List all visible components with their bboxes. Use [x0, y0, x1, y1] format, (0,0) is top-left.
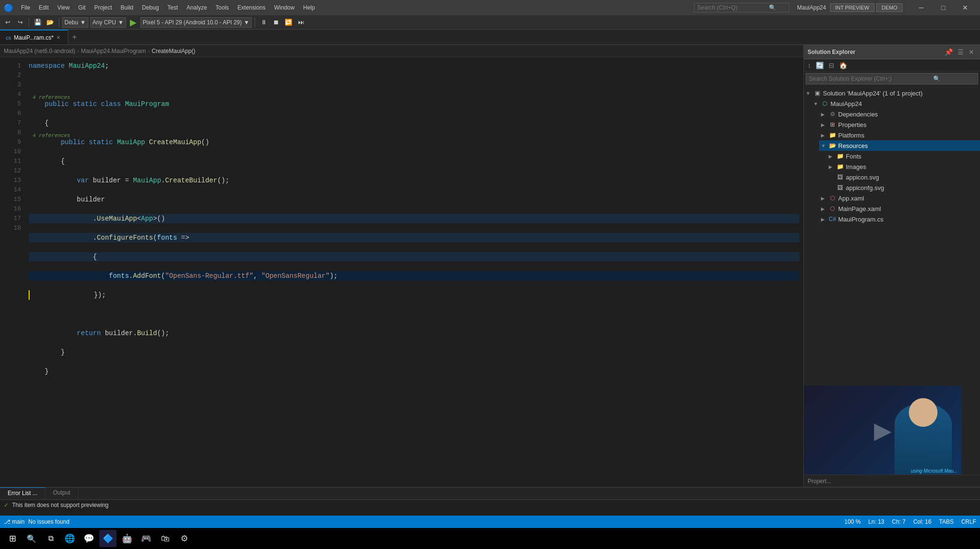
menu-build[interactable]: Build	[117, 3, 138, 12]
properties-label: Properties	[838, 121, 866, 128]
images-arrow	[829, 164, 835, 169]
se-collapse-button[interactable]: ⊟	[827, 61, 836, 70]
platforms-icon: 📁	[829, 131, 836, 139]
appxaml-icon: ⬡	[829, 194, 836, 202]
resources-arrow	[821, 143, 828, 148]
add-tab-button[interactable]: +	[68, 33, 80, 42]
properties-bar: Propert...	[804, 475, 980, 487]
device-dropdown[interactable]: Pixel 5 - API 29 (Android 10.0 - API 29)…	[140, 17, 252, 28]
demo-button[interactable]: DEMO	[876, 3, 903, 12]
menu-help[interactable]: Help	[299, 3, 319, 12]
tabs-indicator: TABS	[939, 518, 953, 525]
resources-icon: 📂	[829, 142, 836, 149]
tree-item-images[interactable]: 📁 Images	[827, 161, 980, 172]
tree-item-mauiprogram[interactable]: C# MauiProgram.cs	[819, 214, 980, 224]
tree-item-properties[interactable]: ⊞ Properties	[819, 119, 980, 130]
undo-button[interactable]: ↩	[2, 17, 13, 28]
code-content[interactable]: namespace MauiApp24; 4 references public…	[25, 57, 803, 487]
menu-debug[interactable]: Debug	[138, 3, 162, 12]
edge-taskbar-icon[interactable]: 🌐	[61, 530, 78, 547]
tab-close-button[interactable]: ✕	[56, 35, 60, 40]
game-taskbar-icon[interactable]: 🎮	[138, 530, 155, 547]
search-taskbar-button[interactable]: 🔍	[23, 530, 40, 547]
bottom-tabs: Error List ... Output	[0, 487, 980, 500]
toolbar-btn-1[interactable]: ⏸	[258, 17, 269, 28]
hint-line5: 4 references	[32, 131, 70, 140]
output-tab[interactable]: Output	[45, 487, 78, 499]
run-button[interactable]: ▶	[128, 17, 138, 28]
open-button[interactable]: 📂	[44, 17, 56, 28]
tree-item-appxaml[interactable]: ⬡ App.xaml	[819, 193, 980, 203]
device-value: Pixel 5 - API 29 (Android 10.0 - API 29)	[143, 19, 242, 26]
global-search[interactable]: 🔍	[694, 3, 789, 12]
se-sync-button[interactable]: ↕	[806, 61, 813, 70]
breadcrumb-project[interactable]: MauiApp24 (net6.0-android)	[4, 48, 75, 54]
tree-item-appiconfg[interactable]: 🖼 appiconfg.svg	[827, 182, 980, 193]
vs-taskbar-icon[interactable]: 🔷	[99, 530, 117, 547]
se-search-input[interactable]	[809, 75, 933, 82]
tree-item-project[interactable]: ⬡ MauiApp24	[811, 98, 980, 109]
tree-item-mainpage[interactable]: ⬡ MainPage.xaml	[819, 203, 980, 214]
maximize-button[interactable]: □	[932, 0, 954, 15]
solution-explorer: Solution Explorer 📌 ☰ ✕ ↕ 🔄 ⊟ 🏠 🔍 ▣ Solu…	[803, 45, 980, 487]
menu-edit[interactable]: Edit	[35, 3, 53, 12]
settings-taskbar-icon[interactable]: ⚙	[176, 530, 193, 547]
se-search-bar[interactable]: 🔍	[806, 73, 978, 84]
menu-bar[interactable]: File Edit View Git Project Build Debug T…	[17, 3, 319, 12]
file-icon: cs	[6, 35, 11, 41]
search-input[interactable]	[697, 4, 769, 11]
dependencies-icon: ⚙	[829, 110, 836, 118]
app-name: MauiApp24	[797, 4, 826, 11]
tree-item-platforms[interactable]: 📁 Platforms	[819, 130, 980, 140]
tree-item-resources[interactable]: 📂 Resources	[819, 140, 980, 151]
redo-button[interactable]: ↪	[14, 17, 26, 28]
tree-item-appicon[interactable]: 🖼 appicon.svg	[827, 172, 980, 182]
menu-analyze[interactable]: Analyze	[183, 3, 211, 12]
se-pin-button[interactable]: 📌	[943, 47, 955, 57]
store-taskbar-icon[interactable]: 🛍	[157, 530, 174, 547]
int-preview-button[interactable]: INT PREVIEW	[830, 3, 874, 12]
menu-extensions[interactable]: Extensions	[234, 3, 269, 12]
undo-redo-group: ↩ ↪	[2, 17, 26, 28]
platform-dropdown[interactable]: Any CPU ▼	[90, 17, 126, 28]
toolbar-btn-2[interactable]: ⏹	[270, 17, 282, 28]
video-thumbnail[interactable]: ▶ using Microsoft.Mau...	[804, 386, 961, 475]
tree-item-fonts[interactable]: 📁 Fonts	[827, 151, 980, 161]
preview-buttons[interactable]: INT PREVIEW DEMO	[830, 3, 903, 12]
se-header-controls[interactable]: 📌 ☰ ✕	[943, 47, 976, 57]
solution-label: Solution 'MauiApp24' (1 of 1 project)	[823, 90, 923, 97]
window-controls[interactable]: ─ □ ✕	[910, 0, 976, 15]
android-taskbar-icon[interactable]: 🤖	[118, 530, 136, 547]
start-button[interactable]: ⊞	[4, 530, 21, 547]
menu-view[interactable]: View	[53, 3, 74, 12]
tree-item-dependencies[interactable]: ⚙ Dependencies	[819, 109, 980, 119]
menu-file[interactable]: File	[17, 3, 34, 12]
se-refresh-button[interactable]: 🔄	[814, 61, 826, 70]
toolbar-btn-4[interactable]: ⏭	[295, 17, 307, 28]
menu-git[interactable]: Git	[75, 3, 89, 12]
hint-line3: 4 references	[32, 93, 70, 102]
chat-taskbar-icon[interactable]: 💬	[80, 530, 97, 547]
tab-mauiprogram[interactable]: cs MauiP...ram.cs* ✕	[0, 30, 68, 44]
status-right: 100 % Ln: 13 Ch: 7 Col: 16 TABS CRLF	[844, 518, 976, 525]
error-list-tab[interactable]: Error List ...	[0, 487, 45, 499]
toolbar-btn-3[interactable]: 🔁	[283, 17, 294, 28]
minimize-button[interactable]: ─	[910, 0, 932, 15]
breadcrumb-method[interactable]: CreateMauiApp()	[152, 48, 195, 54]
se-close-button[interactable]: ✕	[967, 47, 976, 57]
se-menu-button[interactable]: ☰	[956, 47, 966, 57]
main-toolbar: ↩ ↪ 💾 📂 Debu ▼ Any CPU ▼ ▶ Pixel 5 - API…	[0, 15, 980, 30]
breadcrumb-namespace[interactable]: MauiApp24.MauiProgram	[81, 48, 146, 54]
close-button[interactable]: ✕	[954, 0, 976, 15]
tree-item-solution[interactable]: ▣ Solution 'MauiApp24' (1 of 1 project)	[804, 88, 980, 98]
menu-test[interactable]: Test	[164, 3, 182, 12]
menu-tools[interactable]: Tools	[212, 3, 233, 12]
taskview-button[interactable]: ⧉	[42, 530, 59, 547]
save-button[interactable]: 💾	[32, 17, 43, 28]
se-home-button[interactable]: 🏠	[837, 61, 849, 70]
menu-window[interactable]: Window	[270, 3, 298, 12]
platform-value: Any CPU	[93, 19, 116, 26]
config-dropdown-arrow: ▼	[80, 19, 86, 26]
menu-project[interactable]: Project	[90, 3, 116, 12]
config-dropdown[interactable]: Debu ▼	[62, 17, 88, 28]
